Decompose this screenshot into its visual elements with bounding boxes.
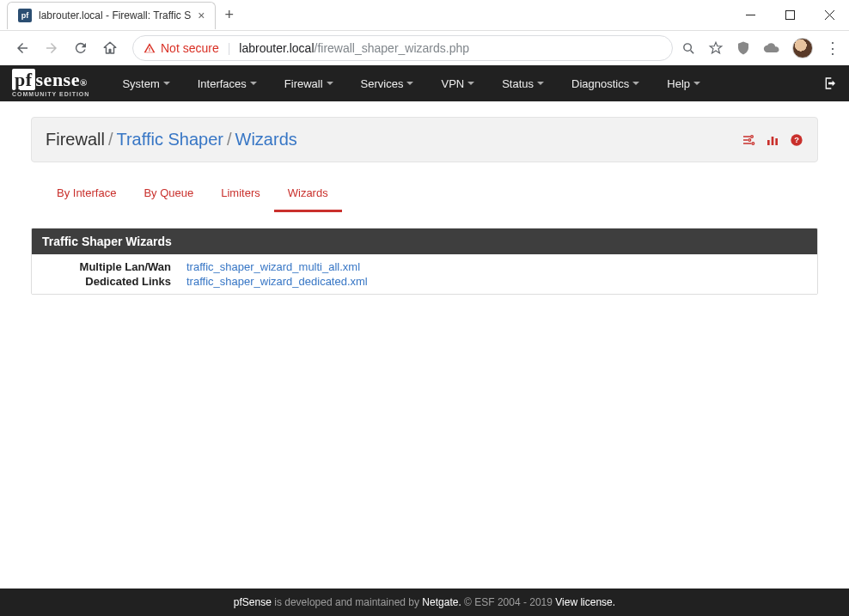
caret-icon <box>632 82 639 85</box>
browser-menu-icon[interactable]: ⋮ <box>825 39 840 58</box>
logout-icon[interactable] <box>823 76 837 90</box>
window-titlebar: pf labrouter.local - Firewall: Traffic S… <box>0 0 849 31</box>
url-separator: | <box>228 41 231 55</box>
warning-icon <box>144 42 156 54</box>
subtabs: By Interface By Queue Limiters Wizards <box>43 178 818 212</box>
svg-point-6 <box>751 135 754 137</box>
caret-icon <box>693 82 700 85</box>
wizards-panel: Traffic Shaper Wizards Multiple Lan/Wan … <box>31 228 818 295</box>
pfsense-logo[interactable]: pfsense® COMMUNITY EDITION <box>12 70 89 97</box>
wizard-label: Multiple Lan/Wan <box>44 260 171 273</box>
caret-icon <box>163 82 170 85</box>
url-input[interactable]: Not secure | labrouter.local/firewall_sh… <box>132 35 673 61</box>
home-icon[interactable] <box>101 40 119 57</box>
minimize-icon[interactable] <box>730 3 770 28</box>
bookmark-star-icon[interactable] <box>708 40 724 56</box>
footer-text: © ESF 2004 - 2019 <box>461 596 556 608</box>
breadcrumb-sep: / <box>227 130 232 149</box>
subtab-limiters[interactable]: Limiters <box>207 178 274 212</box>
breadcrumb-firewall: Firewall <box>46 130 105 149</box>
breadcrumb-traffic-shaper[interactable]: Traffic Shaper <box>116 130 223 149</box>
svg-point-8 <box>752 142 754 144</box>
wizard-label: Dedicated Links <box>44 275 171 288</box>
search-url-icon[interactable] <box>681 41 696 56</box>
svg-rect-1 <box>785 11 794 20</box>
menu-system[interactable]: System <box>108 65 183 101</box>
caret-icon <box>467 82 474 85</box>
profile-avatar[interactable] <box>792 38 813 58</box>
favicon-icon: pf <box>18 9 32 22</box>
url-host: labrouter.local/firewall_shaper_wizards.… <box>239 41 469 55</box>
svg-rect-9 <box>767 140 770 145</box>
not-secure-indicator: Not secure <box>144 41 219 55</box>
help-icon[interactable]: ? <box>790 133 803 147</box>
reload-icon[interactable] <box>72 40 89 57</box>
subtab-by-interface[interactable]: By Interface <box>43 178 130 212</box>
not-secure-label: Not secure <box>161 41 219 55</box>
wizard-link-dedicated[interactable]: traffic_shaper_wizard_dedicated.xml <box>186 275 368 288</box>
window-controls <box>730 3 849 28</box>
bar-chart-icon[interactable] <box>766 133 779 147</box>
footer-netgate[interactable]: Netgate. <box>422 596 461 608</box>
panel-title: Traffic Shaper Wizards <box>32 229 817 254</box>
browser-tab[interactable]: pf labrouter.local - Firewall: Traffic S… <box>7 2 216 29</box>
caret-icon <box>327 82 333 85</box>
footer-brand: pfSense <box>234 596 272 608</box>
svg-text:?: ? <box>794 136 799 144</box>
url-path: /firewall_shaper_wizards.php <box>315 41 470 55</box>
menu-firewall[interactable]: Firewall <box>271 65 347 101</box>
menu-diagnostics[interactable]: Diagnostics <box>558 65 653 101</box>
back-icon[interactable] <box>14 40 31 57</box>
tab-close-icon[interactable]: × <box>198 9 205 22</box>
menu-services[interactable]: Services <box>347 65 428 101</box>
browser-address-bar: Not secure | labrouter.local/firewall_sh… <box>0 31 849 65</box>
extension-cloud-icon[interactable] <box>763 42 780 54</box>
breadcrumb-sep: / <box>108 130 113 149</box>
sliders-icon[interactable] <box>742 133 755 147</box>
breadcrumb-wizards[interactable]: Wizards <box>235 130 297 149</box>
tab-title: labrouter.local - Firewall: Traffic S <box>39 9 191 21</box>
svg-line-5 <box>691 50 694 53</box>
footer-text: is developed and maintained by <box>272 596 422 608</box>
svg-rect-11 <box>775 138 778 145</box>
breadcrumb: Firewall / Traffic Shaper / Wizards ? <box>31 117 818 162</box>
caret-icon <box>406 82 413 85</box>
subtab-wizards[interactable]: Wizards <box>274 178 342 212</box>
wizard-row: Multiple Lan/Wan traffic_shaper_wizard_m… <box>32 259 817 274</box>
menu-help[interactable]: Help <box>653 65 714 101</box>
pfsense-menu: System Interfaces Firewall Services VPN … <box>108 65 714 101</box>
menu-interfaces[interactable]: Interfaces <box>184 65 271 101</box>
svg-rect-10 <box>772 137 774 145</box>
wizard-row: Dedicated Links traffic_shaper_wizard_de… <box>32 274 817 289</box>
pfsense-footer: pfSense is developed and maintained by N… <box>0 589 849 616</box>
pfsense-navbar: pfsense® COMMUNITY EDITION System Interf… <box>0 65 849 101</box>
forward-icon <box>43 40 60 57</box>
caret-icon <box>250 82 257 85</box>
maximize-icon[interactable] <box>770 3 809 28</box>
wizard-link-multi[interactable]: traffic_shaper_wizard_multi_all.xml <box>186 260 360 273</box>
footer-view-license[interactable]: View license. <box>555 596 615 608</box>
svg-point-7 <box>748 138 751 141</box>
svg-point-4 <box>684 43 692 51</box>
menu-vpn[interactable]: VPN <box>427 65 488 101</box>
new-tab-button[interactable]: + <box>224 6 234 24</box>
close-window-icon[interactable] <box>809 3 849 28</box>
extension-shield-icon[interactable] <box>736 40 751 56</box>
subtab-by-queue[interactable]: By Queue <box>130 178 207 212</box>
menu-status[interactable]: Status <box>488 65 558 101</box>
caret-icon <box>537 82 544 85</box>
